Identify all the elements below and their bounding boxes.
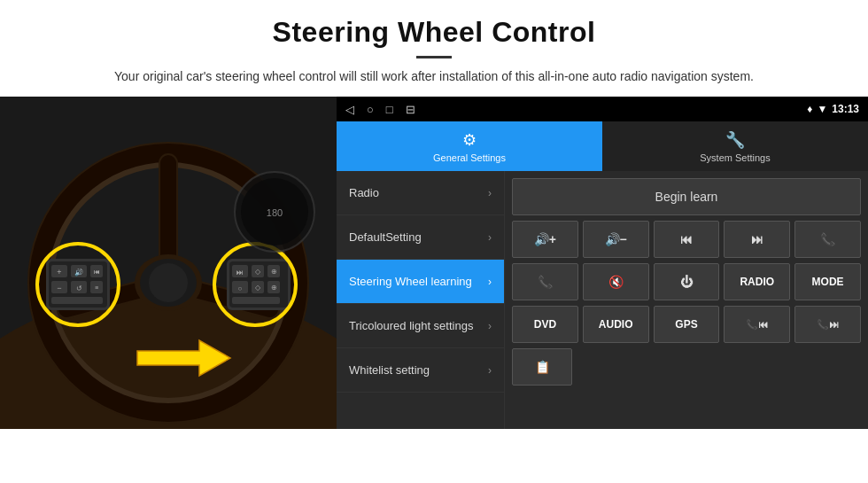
- page-description: Your original car's steering wheel contr…: [53, 67, 815, 86]
- svg-text:⏮: ⏮: [94, 269, 100, 275]
- time-display: 13:13: [832, 103, 859, 115]
- phone-icon: 📞: [820, 232, 835, 246]
- next-track-button[interactable]: ⏭: [724, 221, 790, 258]
- svg-text:180: 180: [267, 207, 283, 218]
- phone-hang-icon: 📞: [538, 275, 553, 289]
- chevron-icon: ›: [488, 320, 492, 332]
- phone-answer-button[interactable]: 📞: [794, 221, 861, 258]
- mute-button[interactable]: 🔇: [583, 263, 649, 300]
- menu-default-label: DefaultSetting: [349, 230, 488, 244]
- home-icon[interactable]: ○: [367, 103, 374, 116]
- menu-whitelist-label: Whitelist setting: [349, 363, 488, 377]
- begin-learn-row: Begin learn: [512, 178, 861, 215]
- control-row-3: DVD AUDIO GPS 📞⏮ 📞⏭: [512, 306, 861, 343]
- control-row-4: 📋: [512, 348, 861, 386]
- svg-rect-37: [232, 297, 280, 304]
- menu-tricolour-label: Tricoloured light settings: [349, 319, 488, 332]
- menu-item-radio[interactable]: Radio ›: [337, 171, 504, 215]
- svg-text:○: ○: [238, 284, 243, 292]
- gps-button[interactable]: GPS: [654, 306, 720, 343]
- svg-text:+: +: [57, 268, 61, 277]
- dvd-button[interactable]: DVD: [512, 306, 578, 343]
- mode-button[interactable]: MODE: [794, 263, 861, 300]
- tab-system[interactable]: 🔧 System Settings: [602, 121, 868, 171]
- list-icon: 📋: [535, 360, 550, 374]
- dvd-label: DVD: [534, 318, 556, 331]
- phone-next-icon: 📞⏭: [817, 319, 839, 331]
- svg-text:⊕: ⊕: [271, 284, 277, 292]
- gps-label: GPS: [675, 318, 697, 331]
- power-icon: ⏻: [680, 275, 693, 289]
- vol-up-button[interactable]: 🔊+: [512, 221, 578, 258]
- status-indicators: ♦ ▼ 13:13: [807, 103, 859, 115]
- control-row-1: 🔊+ 🔊− ⏮ ⏭ 📞: [512, 221, 861, 258]
- prev-track-button[interactable]: ⏮: [654, 221, 720, 258]
- head-unit: ◁ ○ □ ⊟ ♦ ▼ 13:13 ⚙ General Settings 🔧 S…: [337, 97, 868, 429]
- phone-prev-button[interactable]: 📞⏮: [724, 306, 790, 343]
- chevron-icon: ›: [488, 364, 492, 377]
- control-row-2: 📞 🔇 ⏻ RADIO MODE: [512, 263, 861, 300]
- begin-learn-button[interactable]: Begin learn: [512, 178, 861, 215]
- location-icon: ♦: [807, 103, 812, 115]
- recents-icon[interactable]: □: [386, 103, 393, 116]
- nav-controls: ◁ ○ □ ⊟: [345, 103, 415, 116]
- menu-item-default[interactable]: DefaultSetting ›: [337, 215, 504, 260]
- svg-text:🔊: 🔊: [74, 268, 83, 277]
- header: Steering Wheel Control Your original car…: [0, 0, 868, 97]
- svg-text:−: −: [57, 284, 61, 292]
- menu-item-steering[interactable]: Steering Wheel learning ›: [337, 260, 504, 304]
- audio-label: AUDIO: [599, 318, 633, 331]
- chevron-icon: ›: [488, 276, 492, 288]
- menu-item-whitelist[interactable]: Whitelist setting ›: [337, 348, 504, 393]
- phone-prev-icon: 📞⏮: [746, 319, 768, 331]
- svg-text:⏭: ⏭: [236, 269, 244, 277]
- svg-text:≡: ≡: [95, 284, 98, 291]
- control-panel: Begin learn 🔊+ 🔊− ⏮ ⏭: [505, 171, 868, 429]
- menu-steering-label: Steering Wheel learning: [349, 275, 488, 288]
- signal-icon: ▼: [817, 103, 827, 115]
- main-content: + 🔊 ⏮ − ↺ ≡ ⏭ ◇ ⊕ ○ ◇: [0, 97, 868, 429]
- status-bar: ◁ ○ □ ⊟ ♦ ▼ 13:13: [337, 97, 868, 121]
- svg-text:↺: ↺: [76, 284, 82, 292]
- settings-tabs: ⚙ General Settings 🔧 System Settings: [337, 121, 868, 171]
- radio-label: RADIO: [740, 276, 774, 288]
- svg-text:◇: ◇: [255, 268, 261, 276]
- prev-icon: ⏮: [680, 232, 693, 246]
- divider: [416, 56, 452, 58]
- unit-content: Radio › DefaultSetting › Steering Wheel …: [337, 171, 868, 429]
- power-button[interactable]: ⏻: [654, 263, 720, 300]
- vol-down-icon: 🔊−: [605, 232, 627, 246]
- audio-button[interactable]: AUDIO: [583, 306, 649, 343]
- svg-text:⊕: ⊕: [271, 268, 277, 276]
- menu-icon[interactable]: ⊟: [406, 103, 415, 116]
- svg-point-7: [149, 263, 188, 302]
- phone-hang-button[interactable]: 📞: [512, 263, 578, 300]
- extra-button[interactable]: 📋: [512, 348, 572, 386]
- menu-radio-label: Radio: [349, 186, 488, 199]
- system-icon: 🔧: [725, 130, 745, 150]
- tab-general[interactable]: ⚙ General Settings: [337, 121, 602, 171]
- steering-wheel-image: + 🔊 ⏮ − ↺ ≡ ⏭ ◇ ⊕ ○ ◇: [0, 97, 337, 429]
- radio-button[interactable]: RADIO: [724, 263, 790, 300]
- tab-system-label: System Settings: [700, 152, 770, 163]
- phone-next-button[interactable]: 📞⏭: [794, 306, 861, 343]
- menu-item-tricolour[interactable]: Tricoloured light settings ›: [337, 304, 504, 348]
- mute-icon: 🔇: [608, 275, 624, 289]
- settings-menu: Radio › DefaultSetting › Steering Wheel …: [337, 171, 505, 429]
- chevron-icon: ›: [488, 231, 492, 244]
- next-icon: ⏭: [751, 232, 763, 246]
- tab-general-label: General Settings: [433, 152, 506, 163]
- svg-text:◇: ◇: [255, 284, 261, 292]
- page-title: Steering Wheel Control: [53, 16, 815, 49]
- chevron-icon: ›: [488, 187, 492, 199]
- vol-up-icon: 🔊+: [534, 232, 556, 246]
- svg-rect-22: [51, 297, 103, 304]
- gear-icon: ⚙: [462, 130, 477, 150]
- vol-down-button[interactable]: 🔊−: [583, 221, 649, 258]
- mode-label: MODE: [812, 276, 844, 288]
- back-icon[interactable]: ◁: [345, 103, 354, 116]
